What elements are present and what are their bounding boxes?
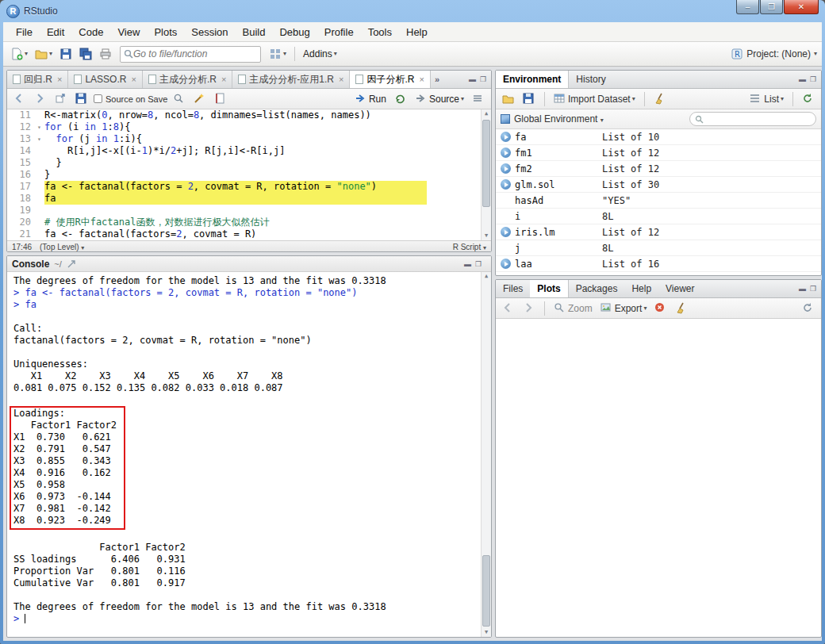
scroll-down-icon[interactable]: ▼ <box>482 232 491 240</box>
fold-icon[interactable]: ▾ <box>34 121 44 133</box>
export-plot-button[interactable]: Export ▾ <box>598 299 650 318</box>
code-tools-button[interactable] <box>191 90 209 109</box>
close-tab-icon[interactable]: × <box>221 75 226 84</box>
project-selector[interactable]: R Project: (None) ▾ <box>731 48 817 60</box>
list-view-button[interactable]: List ▾ <box>747 90 786 109</box>
environment-object-fa[interactable]: faList of 10 <box>496 129 821 145</box>
menu-help[interactable]: Help <box>400 25 434 40</box>
code-line-12[interactable]: 12▾for (i in 1:8){ <box>7 121 491 133</box>
outline-button[interactable] <box>470 90 487 109</box>
nav-forward-button[interactable] <box>32 90 49 109</box>
close-tab-icon[interactable]: × <box>131 75 136 84</box>
addins-button[interactable]: Addins ▾ <box>301 44 340 63</box>
code-line-15[interactable]: 15 } <box>7 157 491 169</box>
save-file-button[interactable] <box>73 90 90 109</box>
open-file-button[interactable]: ▾ <box>33 44 55 63</box>
new-file-button[interactable]: ▾ <box>8 44 30 63</box>
pane-layout-button[interactable]: ▾ <box>267 44 289 63</box>
environment-object-iris.lm[interactable]: iris.lmList of 12 <box>496 224 821 240</box>
environment-object-fm2[interactable]: fm2List of 12 <box>496 161 821 177</box>
close-tab-icon[interactable]: × <box>339 75 343 84</box>
console-scrollbar[interactable]: ▲ ▼ <box>481 272 491 637</box>
minimize-pane-icon[interactable]: ▬ <box>799 75 806 83</box>
editor-tab-3[interactable]: 主成分分析-应用1.R× <box>232 71 350 88</box>
save-button[interactable] <box>57 44 75 63</box>
menu-profile[interactable]: Profile <box>318 25 360 40</box>
tab-help[interactable]: Help <box>624 280 658 297</box>
refresh-plots-button[interactable] <box>800 299 817 318</box>
minimize-pane-icon[interactable]: ▬ <box>464 260 471 268</box>
tab-plots[interactable]: Plots <box>530 280 568 297</box>
editor-scrollbar[interactable]: ▲ ▼ <box>481 109 491 240</box>
find-button[interactable] <box>171 90 188 109</box>
clear-plots-button[interactable] <box>673 299 690 318</box>
source-on-save-checkbox[interactable] <box>94 94 102 103</box>
menu-plots[interactable]: Plots <box>148 25 183 40</box>
environment-object-fm1[interactable]: fm1List of 12 <box>496 145 821 161</box>
editor-tab-1[interactable]: LASSO.R× <box>68 71 142 88</box>
expand-icon[interactable] <box>501 148 511 158</box>
tab-history[interactable]: History <box>569 71 612 88</box>
maximize-pane-icon[interactable]: ❐ <box>810 285 816 293</box>
code-line-14[interactable]: 14 R[i,j]<-x[(i-1)*i/2+j]; R[j,i]<-R[i,j… <box>7 145 491 157</box>
clear-workspace-button[interactable] <box>651 90 669 109</box>
expand-icon[interactable] <box>501 227 511 237</box>
expand-icon[interactable] <box>501 259 511 269</box>
tab-overflow-icon[interactable]: » <box>431 75 443 84</box>
code-line-13[interactable]: 13▾ for (j in 1:i){ <box>7 133 491 145</box>
menu-session[interactable]: Session <box>185 25 234 40</box>
code-line-20[interactable]: 20# 使用R中factanal函数，对数据进行极大似然估计 <box>7 217 491 228</box>
minimize-pane-icon[interactable]: ▬ <box>469 75 476 83</box>
file-type-selector[interactable]: R Script ▾ <box>453 243 486 251</box>
run-button[interactable]: Run <box>352 90 389 109</box>
zoom-plot-button[interactable]: Zoom <box>551 299 595 318</box>
close-tab-icon[interactable]: × <box>419 75 424 84</box>
tab-viewer[interactable]: Viewer <box>658 280 701 297</box>
environment-object-i[interactable]: i8L <box>496 209 821 224</box>
menu-view[interactable]: View <box>111 25 146 40</box>
code-line-17[interactable]: 17fa <- factanal(factors = 2, covmat = R… <box>7 181 491 193</box>
save-workspace-button[interactable] <box>520 90 538 109</box>
editor-tab-4[interactable]: 因子分析.R× <box>350 71 430 88</box>
menu-edit[interactable]: Edit <box>40 25 71 40</box>
menu-code[interactable]: Code <box>72 25 109 40</box>
rerun-button[interactable] <box>392 90 409 109</box>
compile-notebook-button[interactable] <box>212 90 229 109</box>
refresh-button[interactable] <box>800 90 817 109</box>
scroll-up-icon[interactable]: ▲ <box>482 272 491 281</box>
expand-icon[interactable] <box>501 163 511 174</box>
close-button[interactable]: ✕ <box>784 0 819 14</box>
nav-back-button[interactable] <box>11 90 29 109</box>
scope-dropdown[interactable]: Global Environment ▾ <box>514 113 604 125</box>
next-plot-button[interactable] <box>520 299 538 318</box>
expand-icon[interactable] <box>501 179 511 190</box>
minimize-pane-icon[interactable]: ▬ <box>799 285 806 293</box>
fold-icon[interactable]: ▾ <box>34 133 44 145</box>
minimize-button[interactable]: – <box>736 0 759 14</box>
save-all-button[interactable] <box>77 44 94 63</box>
code-line-11[interactable]: 11R<-matrix(0, nrow=8, ncol=8, dimnames=… <box>7 109 491 121</box>
print-button[interactable] <box>97 44 114 63</box>
editor-tab-2[interactable]: 主成分分析.R× <box>143 71 232 88</box>
code-line-18[interactable]: 18fa <box>7 193 491 205</box>
environment-object-hasAd[interactable]: hasAd"YES" <box>496 193 821 209</box>
goto-file-input[interactable] <box>133 48 257 59</box>
menu-file[interactable]: File <box>10 25 39 40</box>
close-tab-icon[interactable]: × <box>57 75 62 84</box>
maximize-pane-icon[interactable]: ❐ <box>475 260 482 268</box>
code-line-21[interactable]: 21fa <- factanal(factors=2, covmat = R) <box>7 228 491 240</box>
maximize-pane-icon[interactable]: ❐ <box>810 75 816 83</box>
scroll-up-icon[interactable]: ▲ <box>482 109 491 118</box>
tab-packages[interactable]: Packages <box>569 280 625 297</box>
environment-search[interactable] <box>689 112 816 126</box>
source-button[interactable]: Source ▾ <box>412 90 466 109</box>
menu-build[interactable]: Build <box>236 25 272 40</box>
scope-selector[interactable]: (Top Level) ▾ <box>40 243 84 251</box>
code-line-19[interactable]: 19 <box>7 205 491 217</box>
environment-object-glm.sol[interactable]: glm.solList of 30 <box>496 177 821 193</box>
environment-object-j[interactable]: j8L <box>496 240 821 256</box>
menu-tools[interactable]: Tools <box>362 25 398 40</box>
environment-object-laa[interactable]: laaList of 16 <box>496 256 821 272</box>
maximize-pane-icon[interactable]: ❐ <box>480 75 486 83</box>
popout-icon[interactable] <box>67 259 76 269</box>
